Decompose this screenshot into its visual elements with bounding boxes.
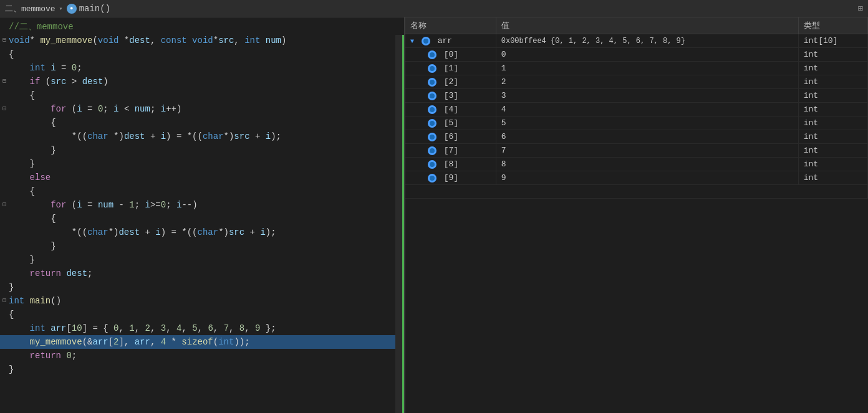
- line-16-text: *((char*)dest + i) = *((char*)src + i);: [9, 225, 404, 239]
- code-minimap: [395, 35, 404, 413]
- arr-2-icon: [428, 78, 436, 87]
- line-5-text: if (src > dest): [9, 75, 404, 88]
- var-arr-8[interactable]: [8] 8 int: [405, 158, 868, 171]
- arr-3-icon: [428, 92, 436, 100]
- line-18-indicator: [0, 253, 9, 267]
- arr-5-icon: [428, 119, 436, 128]
- line-20-text: }: [9, 280, 404, 294]
- line-8-indicator: [0, 116, 9, 130]
- var-arr-5[interactable]: [5] 5 int: [405, 116, 868, 130]
- collapse-btn-21[interactable]: ⊟: [2, 294, 6, 308]
- section-label: 二、memmove: [5, 3, 55, 14]
- collapse-btn-7[interactable]: ⊟: [2, 102, 6, 116]
- line-7-indicator[interactable]: ⊟: [0, 102, 9, 116]
- variables-panel: 名称 值 类型 ▼ arr 0x00bffee4 {0, 1, 2, 3, 4,…: [405, 17, 868, 413]
- line-21-indicator[interactable]: ⊟: [0, 294, 9, 308]
- var-arr-4-type: int: [798, 103, 867, 116]
- line-21-text: int main(): [9, 294, 404, 308]
- arr-1-index: [1]: [444, 64, 458, 73]
- line-13-text: {: [9, 184, 404, 198]
- collapse-btn-2[interactable]: ⊟: [2, 34, 6, 47]
- code-line-6: {: [0, 88, 404, 102]
- arr-2-index: [2]: [444, 77, 458, 87]
- code-line-18: }: [0, 253, 404, 267]
- line-1-text: //二、memmove: [9, 20, 404, 34]
- var-arr-0[interactable]: [0] 0 int: [405, 48, 868, 62]
- func-icon: ●: [67, 4, 77, 14]
- arr-expand-arrow[interactable]: ▼: [410, 38, 414, 45]
- arr-7-icon: [428, 146, 436, 155]
- var-arr-5-name: [5]: [405, 116, 496, 130]
- line-16-indicator: [0, 225, 9, 239]
- code-content: //二、memmove ⊟ void* my_memmove(void *des…: [0, 17, 404, 379]
- code-panel: //二、memmove ⊟ void* my_memmove(void *des…: [0, 17, 405, 413]
- arr-6-index: [6]: [444, 132, 458, 141]
- line-4-indicator: [0, 61, 9, 75]
- code-line-23: int arr[10] = { 0, 1, 2, 3, 4, 5, 6, 7, …: [0, 321, 404, 335]
- main-content: //二、memmove ⊟ void* my_memmove(void *des…: [0, 17, 868, 413]
- arr-5-index: [5]: [444, 118, 458, 128]
- code-line-26: }: [0, 363, 404, 376]
- line-17-text: }: [9, 239, 404, 253]
- expand-button[interactable]: ⊞: [858, 3, 863, 14]
- var-arr-0-value: 0: [496, 48, 798, 62]
- line-26-indicator: [0, 363, 9, 376]
- line-15-text: {: [9, 212, 404, 225]
- code-line-2: ⊟ void* my_memmove(void *dest, const voi…: [0, 34, 404, 47]
- arr-type-text: int[10]: [804, 36, 838, 45]
- line-5-indicator[interactable]: ⊟: [0, 75, 9, 88]
- var-arr-9[interactable]: [9] 9 int: [405, 171, 868, 185]
- code-scroll-area[interactable]: //二、memmove ⊟ void* my_memmove(void *des…: [0, 17, 404, 413]
- var-arr-3[interactable]: [3] 3 int: [405, 89, 868, 103]
- arr-4-index: [4]: [444, 105, 458, 114]
- line-9-text: *((char *)dest + i) = *((char*)src + i);: [9, 130, 404, 143]
- var-arr-4-value: 4: [496, 103, 798, 116]
- var-arr-2-type: int: [798, 75, 867, 89]
- line-9-indicator: [0, 130, 9, 143]
- var-arr-2-name: [2]: [405, 75, 496, 89]
- code-line-12: else: [0, 171, 404, 184]
- var-arr-row[interactable]: ▼ arr 0x00bffee4 {0, 1, 2, 3, 4, 5, 6, 7…: [405, 34, 868, 48]
- arr-name-text: arr: [438, 36, 452, 45]
- breadcrumb: 二、memmove: [5, 3, 55, 14]
- function-label: ● main(): [67, 4, 110, 14]
- line-19-text: return dest;: [9, 267, 404, 280]
- var-arr-1[interactable]: [1] 1 int: [405, 62, 868, 75]
- var-arr-4[interactable]: [4] 4 int: [405, 103, 868, 116]
- arr-9-index: [9]: [444, 173, 458, 183]
- line-12-text: else: [9, 171, 404, 184]
- scroll-marker: [402, 35, 404, 413]
- line-24-text: my_memmove(&arr[2], arr, 4 * sizeof(int)…: [9, 335, 404, 349]
- arr-var-icon: [422, 37, 430, 45]
- var-arr-7[interactable]: [7] 7 int: [405, 144, 868, 158]
- arr-value-text: 0x00bffee4 {0, 1, 2, 3, 4, 5, 6, 7, 8, 9…: [501, 37, 685, 45]
- arr-1-icon: [428, 64, 436, 73]
- arr-0-icon: [428, 50, 436, 59]
- code-line-22: {: [0, 308, 404, 321]
- var-arr-type: int[10]: [798, 34, 867, 48]
- var-arr-9-type: int: [798, 171, 867, 185]
- var-arr-2[interactable]: [2] 2 int: [405, 75, 868, 89]
- arr-0-index: [0]: [444, 50, 458, 59]
- code-line-15: {: [0, 212, 404, 225]
- col-header-name: 名称: [405, 17, 496, 34]
- var-arr-9-name: [9]: [405, 171, 496, 185]
- var-arr-name: ▼ arr: [405, 34, 496, 48]
- collapse-btn-5[interactable]: ⊟: [2, 75, 6, 88]
- code-line-24: my_memmove(&arr[2], arr, 4 * sizeof(int)…: [0, 335, 404, 349]
- line-2-indicator[interactable]: ⊟: [0, 34, 9, 47]
- arr-8-icon: [428, 160, 436, 169]
- var-arr-4-name: [4]: [405, 103, 496, 116]
- code-line-1: //二、memmove: [0, 20, 404, 34]
- line-14-indicator[interactable]: ⊟: [0, 198, 9, 212]
- top-bar: 二、memmove ▾ ● main() ⊞: [0, 0, 868, 17]
- code-line-13: {: [0, 184, 404, 198]
- line-10-indicator: [0, 143, 9, 157]
- collapse-btn-14[interactable]: ⊟: [2, 198, 6, 212]
- col-header-type: 类型: [798, 17, 867, 34]
- line-3-text: {: [9, 47, 404, 61]
- code-line-20: }: [0, 280, 404, 294]
- var-arr-3-type: int: [798, 89, 867, 103]
- breadcrumb-arrow: ▾: [59, 5, 63, 12]
- var-arr-6[interactable]: [6] 6 int: [405, 130, 868, 144]
